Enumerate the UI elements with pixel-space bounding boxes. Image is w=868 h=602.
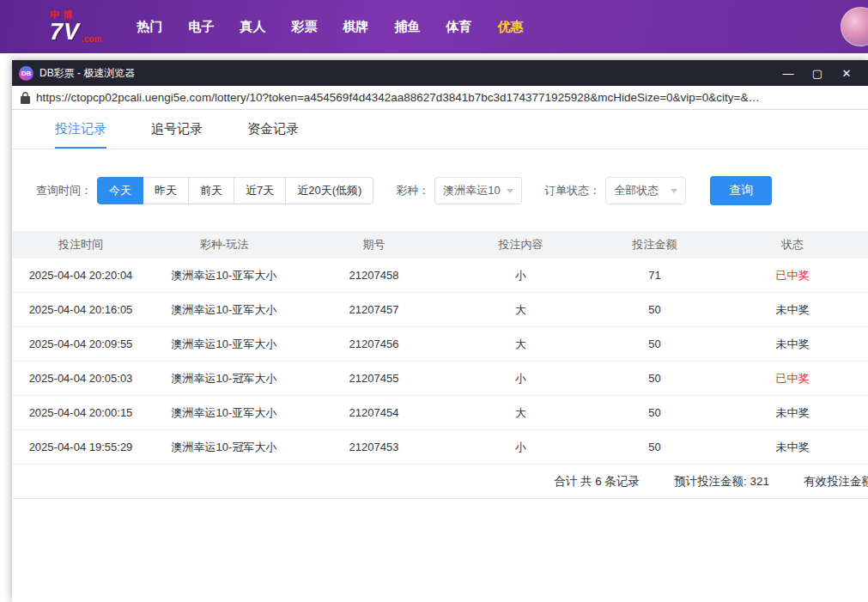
summary-expected-amount: 预计投注金额: 321 bbox=[674, 474, 769, 490]
cell-game: 澳洲幸运10-亚军大小 bbox=[149, 268, 299, 283]
cell-content: 小 bbox=[449, 268, 592, 283]
table-row: 2025-04-04 20:05:03 澳洲幸运10-冠军大小 21207455… bbox=[12, 362, 868, 396]
cell-amount: 71 bbox=[592, 269, 717, 282]
site-nav: 热门 电子 真人 彩票 棋牌 捕鱼 体育 优惠 bbox=[124, 19, 536, 35]
chevron-down-icon bbox=[507, 189, 513, 193]
cell-time: 2025-04-04 20:16:05 bbox=[12, 303, 149, 316]
col-header-issue: 期号 bbox=[299, 237, 449, 252]
col-header-amount: 投注金额 bbox=[592, 237, 717, 252]
nav-item-live[interactable]: 真人 bbox=[227, 19, 278, 35]
cell-issue: 21207456 bbox=[299, 337, 449, 350]
summary-valid-amount: 有效投注金额 bbox=[804, 474, 868, 490]
table-row: 2025-04-04 19:55:29 澳洲幸运10-冠军大小 21207453… bbox=[12, 430, 868, 465]
nav-item-fishing[interactable]: 捕鱼 bbox=[381, 19, 433, 35]
time-option-daybefore[interactable]: 前天 bbox=[188, 177, 234, 204]
close-button[interactable]: ✕ bbox=[832, 60, 861, 86]
site-logo[interactable]: 申博 7V .com bbox=[50, 10, 101, 44]
table-row: 2025-04-04 20:00:15 澳洲幸运10-亚军大小 21207454… bbox=[12, 396, 868, 430]
cell-time: 2025-04-04 20:00:15 bbox=[12, 406, 149, 419]
maximize-button[interactable]: ▢ bbox=[803, 60, 832, 86]
browser-app-icon: DB bbox=[19, 66, 33, 81]
cell-game: 澳洲幸运10-亚军大小 bbox=[149, 302, 299, 318]
cell-game: 澳洲幸运10-冠军大小 bbox=[149, 371, 299, 386]
cell-amount: 50 bbox=[592, 303, 717, 316]
minimize-button[interactable]: — bbox=[774, 60, 803, 86]
cell-issue: 21207453 bbox=[299, 441, 449, 453]
summary-total: 合计 共 6 条记录 bbox=[554, 474, 640, 490]
query-button[interactable]: 查询 bbox=[710, 176, 772, 205]
status-filter-label: 订单状态： bbox=[544, 183, 600, 198]
cell-content: 大 bbox=[449, 302, 592, 318]
record-tabs: 投注记录 追号记录 资金记录 bbox=[12, 110, 868, 149]
tab-bet-records[interactable]: 投注记录 bbox=[55, 110, 106, 149]
browser-window: DB DB彩票 - 极速浏览器 — ▢ ✕ https://ctopcp02pc… bbox=[12, 60, 868, 602]
cell-amount: 50 bbox=[592, 406, 717, 419]
table-row: 2025-04-04 20:20:04 澳洲幸运10-亚军大小 21207458… bbox=[12, 258, 868, 293]
bet-records-table: 投注时间 彩种-玩法 期号 投注内容 投注金额 状态 2025-04-04 20… bbox=[12, 231, 868, 499]
cell-amount: 50 bbox=[592, 441, 717, 453]
time-filter-label: 查询时间： bbox=[36, 183, 92, 198]
cell-time: 2025-04-04 20:20:04 bbox=[12, 269, 149, 282]
col-header-game: 彩种-玩法 bbox=[149, 237, 299, 252]
nav-item-promo[interactable]: 优惠 bbox=[484, 19, 536, 35]
table-row: 2025-04-04 20:09:55 澳洲幸运10-亚军大小 21207456… bbox=[12, 327, 868, 362]
cell-content: 小 bbox=[449, 440, 592, 455]
time-range-group: 今天 昨天 前天 近7天 近20天(低频) bbox=[97, 177, 373, 204]
order-status-value: 全部状态 bbox=[614, 183, 659, 198]
cell-game: 澳洲幸运10-亚军大小 bbox=[149, 337, 299, 352]
nav-item-hot[interactable]: 热门 bbox=[124, 19, 175, 35]
logo-main-text: 7V bbox=[50, 21, 80, 44]
cell-content: 小 bbox=[449, 371, 592, 386]
col-header-status: 状态 bbox=[717, 237, 868, 252]
cell-content: 大 bbox=[449, 337, 592, 352]
time-option-7days[interactable]: 近7天 bbox=[234, 177, 286, 204]
lottery-filter-label: 彩种： bbox=[396, 183, 429, 198]
lottery-select-value: 澳洲幸运10 bbox=[443, 183, 500, 198]
tab-fund-records[interactable]: 资金记录 bbox=[247, 110, 299, 149]
cell-time: 2025-04-04 20:05:03 bbox=[12, 372, 149, 385]
cell-issue: 21207455 bbox=[299, 372, 449, 385]
cell-time: 2025-04-04 20:09:55 bbox=[12, 337, 149, 350]
user-avatar[interactable] bbox=[841, 7, 868, 46]
url-text: https://ctopcp02pcali.uengi5e.com/lotter… bbox=[36, 91, 859, 104]
order-status-select[interactable]: 全部状态 bbox=[605, 177, 686, 204]
status-badge: 未中奖 bbox=[717, 302, 868, 318]
nav-item-sports[interactable]: 体育 bbox=[433, 19, 484, 35]
address-bar[interactable]: https://ctopcp02pcali.uengi5e.com/lotter… bbox=[12, 86, 868, 110]
filter-bar: 查询时间： 今天 昨天 前天 近7天 近20天(低频) 彩种： 澳洲幸运10 订… bbox=[36, 176, 868, 205]
status-badge: 未中奖 bbox=[717, 405, 868, 421]
status-badge: 未中奖 bbox=[717, 440, 868, 455]
time-option-20days[interactable]: 近20天(低频) bbox=[285, 177, 373, 204]
col-header-time: 投注时间 bbox=[12, 237, 149, 252]
chevron-down-icon bbox=[671, 189, 677, 193]
cell-issue: 21207458 bbox=[299, 269, 449, 282]
window-title: DB彩票 - 极速浏览器 bbox=[39, 66, 135, 81]
tab-chase-records[interactable]: 追号记录 bbox=[151, 110, 203, 149]
logo-suffix-text: .com bbox=[82, 35, 101, 44]
table-row: 2025-04-04 20:16:05 澳洲幸运10-亚军大小 21207457… bbox=[12, 293, 868, 327]
cell-game: 澳洲幸运10-冠军大小 bbox=[149, 440, 299, 455]
time-option-yesterday[interactable]: 昨天 bbox=[143, 177, 189, 204]
cell-issue: 21207457 bbox=[299, 303, 449, 316]
time-option-today[interactable]: 今天 bbox=[97, 177, 143, 204]
status-badge: 未中奖 bbox=[717, 337, 868, 352]
lock-icon bbox=[21, 92, 30, 104]
nav-item-board[interactable]: 棋牌 bbox=[330, 19, 381, 35]
status-badge: 已中奖 bbox=[717, 268, 868, 283]
site-header: 申博 7V .com 热门 电子 真人 彩票 棋牌 捕鱼 体育 优惠 bbox=[0, 0, 868, 53]
cell-issue: 21207454 bbox=[299, 406, 449, 419]
cell-amount: 50 bbox=[592, 372, 717, 385]
browser-titlebar[interactable]: DB DB彩票 - 极速浏览器 — ▢ ✕ bbox=[12, 60, 868, 86]
logo-top-text: 申博 bbox=[50, 10, 101, 20]
cell-content: 大 bbox=[449, 405, 592, 421]
cell-amount: 50 bbox=[592, 337, 717, 350]
nav-item-lottery[interactable]: 彩票 bbox=[278, 19, 330, 35]
col-header-content: 投注内容 bbox=[449, 237, 592, 252]
cell-time: 2025-04-04 19:55:29 bbox=[12, 441, 149, 453]
table-summary: 合计 共 6 条记录 预计投注金额: 321 有效投注金额 bbox=[12, 465, 868, 499]
status-badge: 已中奖 bbox=[717, 371, 868, 386]
cell-game: 澳洲幸运10-亚军大小 bbox=[149, 405, 299, 421]
table-header-row: 投注时间 彩种-玩法 期号 投注内容 投注金额 状态 bbox=[12, 231, 868, 258]
lottery-select[interactable]: 澳洲幸运10 bbox=[434, 177, 522, 204]
nav-item-slots[interactable]: 电子 bbox=[175, 19, 227, 35]
